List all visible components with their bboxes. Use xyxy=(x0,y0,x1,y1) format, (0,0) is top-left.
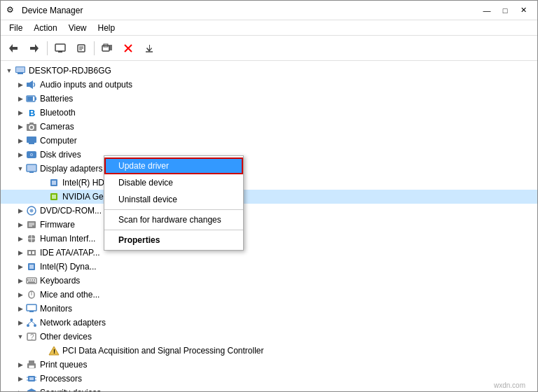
properties-toolbar-button[interactable] xyxy=(71,38,91,58)
svg-rect-78 xyxy=(29,365,34,368)
expander-diskdrives[interactable]: ▶ xyxy=(15,149,26,160)
back-button[interactable] xyxy=(4,38,23,58)
expander-bluetooth[interactable]: ▶ xyxy=(15,107,26,118)
svg-point-67 xyxy=(30,318,33,321)
svg-marker-16 xyxy=(146,45,152,52)
tree-item-pcidata[interactable]: ! PCI Data Acquisition and Signal Proces… xyxy=(1,344,537,358)
tree-item-mice[interactable]: ▶ Mice and othe... xyxy=(1,288,537,302)
tree-item-audio[interactable]: ▶ Audio inputs and outputs xyxy=(1,78,537,92)
tree-item-nvidia[interactable]: NVIDIA GeForce 940M xyxy=(1,190,537,204)
expander-ideata[interactable]: ▶ xyxy=(15,247,26,258)
tree-label-keyboards: Keyboards xyxy=(40,276,80,286)
tree-item-monitors[interactable]: ▶ Monitors xyxy=(1,302,537,316)
svg-marker-1 xyxy=(30,44,39,52)
close-button[interactable]: ✕ xyxy=(515,4,532,18)
svg-rect-58 xyxy=(27,279,29,281)
expander-cameras[interactable]: ▶ xyxy=(15,121,26,132)
expander-computer[interactable]: ▶ xyxy=(15,135,26,146)
tree-item-securitydev[interactable]: ▶ Security devices xyxy=(1,386,537,391)
icon-ide xyxy=(26,247,37,258)
tree-label-printqueues: Print queues xyxy=(40,360,87,370)
uninstall-toolbar-button[interactable] xyxy=(118,38,138,58)
tree-label-pcidata: PCI Data Acquisition and Signal Processi… xyxy=(62,346,263,356)
svg-rect-77 xyxy=(29,360,34,364)
menu-file[interactable]: File xyxy=(4,22,28,34)
window-controls: — □ ✕ xyxy=(478,4,532,18)
tree-item-bluetooth[interactable]: ▶ B Bluetooth xyxy=(1,106,537,120)
context-menu-properties[interactable]: Properties xyxy=(104,232,243,248)
device-tree[interactable]: ▼ DESKTOP-RDJB6GG ▶ Audio inputs and out… xyxy=(1,61,537,391)
tree-item-root[interactable]: ▼ DESKTOP-RDJB6GG xyxy=(1,64,537,78)
tree-item-humaninterf[interactable]: ▶ Human Interf... xyxy=(1,232,537,246)
expander-processors[interactable]: ▶ xyxy=(15,373,26,384)
minimize-button[interactable]: — xyxy=(478,4,495,18)
svg-rect-29 xyxy=(29,122,34,125)
tree-item-display[interactable]: ▼ Display adapters xyxy=(1,162,537,176)
svg-rect-31 xyxy=(29,143,34,144)
maximize-button[interactable]: □ xyxy=(497,4,513,18)
icon-firmware xyxy=(26,219,37,230)
tree-item-inteldyn[interactable]: ▶ Intel(R) Dyna... xyxy=(1,260,537,274)
expander-root[interactable]: ▼ xyxy=(4,65,15,76)
tree-item-cameras[interactable]: ▶ Cameras xyxy=(1,120,537,134)
expander-securitydev[interactable]: ▶ xyxy=(15,387,26,391)
expander-humaninterf[interactable]: ▶ xyxy=(15,233,26,244)
tree-item-ideata[interactable]: ▶ IDE ATA/ATAP... xyxy=(1,246,537,260)
tree-item-computer[interactable]: ▶ Computer xyxy=(1,134,537,148)
toolbar-sep-1 xyxy=(47,41,48,55)
install-toolbar-button[interactable] xyxy=(139,38,159,58)
forward-button[interactable] xyxy=(25,38,44,58)
context-menu-update-driver[interactable]: Update driver xyxy=(104,158,243,174)
tree-item-diskdrives[interactable]: ▶ Disk drives xyxy=(1,148,537,162)
expander-keyboards[interactable]: ▶ xyxy=(15,275,26,286)
tree-item-dvdcdrom[interactable]: ▶ DVD/CD-ROM... xyxy=(1,204,537,218)
icon-disk xyxy=(26,149,37,160)
expander-monitors[interactable]: ▶ xyxy=(15,303,26,314)
icon-audio xyxy=(26,79,37,90)
computer-toolbar-button[interactable] xyxy=(50,38,70,58)
icon-dvd xyxy=(26,205,37,216)
expander-printqueues[interactable]: ▶ xyxy=(15,359,26,370)
svg-rect-20 xyxy=(16,67,25,72)
expander-nvidia xyxy=(37,191,48,202)
expander-display[interactable]: ▼ xyxy=(15,163,26,174)
context-menu-uninstall-device[interactable]: Uninstall device xyxy=(104,191,243,208)
icon-computer xyxy=(15,65,26,76)
icon-keyboard xyxy=(26,275,37,286)
tree-item-otherdevices[interactable]: ▼ ? Other devices xyxy=(1,330,537,344)
tree-item-processors[interactable]: ▶ Processors xyxy=(1,372,537,386)
expander-mice[interactable]: ▶ xyxy=(15,289,26,300)
context-menu-scan-hardware[interactable]: Scan for hardware changes xyxy=(104,211,243,228)
menu-view[interactable]: View xyxy=(63,22,92,34)
svg-text:B: B xyxy=(29,108,35,118)
icon-other-devices: ? xyxy=(26,331,37,342)
tree-item-intel-hd[interactable]: Intel(R) HD Graphics 520 xyxy=(1,176,537,190)
expander-inteldyn[interactable]: ▶ xyxy=(15,261,26,272)
menu-action[interactable]: Action xyxy=(28,22,62,34)
tree-item-batteries[interactable]: ▶ Batteries xyxy=(1,92,537,106)
svg-rect-39 xyxy=(52,181,56,185)
expander-networkadap[interactable]: ▶ xyxy=(15,317,26,328)
icon-mouse xyxy=(26,289,37,300)
expander-dvdcdrom[interactable]: ▶ xyxy=(15,205,26,216)
tree-label-batteries: Batteries xyxy=(40,94,73,104)
toolbar-sep-2 xyxy=(94,41,95,55)
tree-item-printqueues[interactable]: ▶ Print queues xyxy=(1,358,537,372)
tree-item-keyboards[interactable]: ▶ Keyboards xyxy=(1,274,537,288)
expander-intel-hd xyxy=(37,177,48,188)
context-menu: Update driver Disable device Uninstall d… xyxy=(104,155,244,251)
expander-firmware[interactable]: ▶ xyxy=(15,219,26,230)
tree-item-firmware[interactable]: ▶ Firmware xyxy=(1,218,537,232)
menu-help[interactable]: Help xyxy=(92,22,121,34)
expander-otherdevices[interactable]: ▼ xyxy=(15,331,26,342)
tree-label-dvdcdrom: DVD/CD-ROM... xyxy=(40,206,102,216)
svg-line-70 xyxy=(28,321,32,324)
tree-item-networkadap[interactable]: ▶ Network adapters xyxy=(1,316,537,330)
scan-toolbar-button[interactable] xyxy=(97,38,117,58)
toolbar xyxy=(1,36,537,61)
icon-computer-category xyxy=(26,135,37,146)
expander-audio[interactable]: ▶ xyxy=(15,79,26,90)
context-menu-disable-device[interactable]: Disable device xyxy=(104,174,243,191)
icon-display xyxy=(26,163,37,174)
expander-batteries[interactable]: ▶ xyxy=(15,93,26,104)
